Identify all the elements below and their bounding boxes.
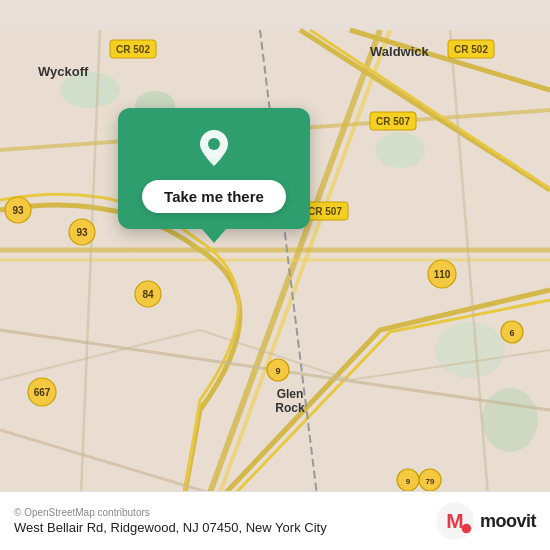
svg-text:M: M — [446, 509, 463, 532]
svg-text:84: 84 — [142, 289, 154, 300]
svg-text:CR 502: CR 502 — [116, 44, 150, 55]
svg-point-40 — [208, 138, 220, 150]
moovit-logo: M moovit — [436, 502, 536, 540]
svg-text:Rock: Rock — [275, 401, 305, 415]
attribution-text: © OpenStreetMap contributors — [14, 507, 327, 518]
svg-text:Wyckoff: Wyckoff — [38, 64, 89, 79]
svg-text:CR 502: CR 502 — [454, 44, 488, 55]
address-section: © OpenStreetMap contributors West Bellai… — [14, 507, 327, 535]
location-pin-icon — [192, 126, 236, 170]
svg-point-3 — [375, 132, 425, 168]
svg-text:6: 6 — [509, 328, 514, 338]
svg-text:93: 93 — [76, 227, 88, 238]
svg-text:Glen: Glen — [277, 387, 304, 401]
map-background: CR 502 CR 502 CR 507 CR 507 81 93 93 84 … — [0, 0, 550, 550]
bottom-info-bar: © OpenStreetMap contributors West Bellai… — [0, 491, 550, 550]
svg-point-5 — [482, 388, 538, 452]
svg-text:667: 667 — [34, 387, 51, 398]
address-text: West Bellair Rd, Ridgewood, NJ 07450, Ne… — [14, 520, 327, 535]
svg-text:9: 9 — [275, 366, 280, 376]
svg-text:Waldwick: Waldwick — [370, 44, 430, 59]
svg-text:CR 507: CR 507 — [308, 206, 342, 217]
svg-text:CR 507: CR 507 — [376, 116, 410, 127]
svg-point-4 — [435, 322, 505, 378]
svg-text:9: 9 — [406, 477, 411, 486]
svg-text:93: 93 — [12, 205, 24, 216]
svg-text:79: 79 — [426, 477, 435, 486]
brand-name-text: moovit — [480, 511, 536, 532]
moovit-icon: M — [436, 502, 474, 540]
svg-point-43 — [462, 524, 472, 534]
take-me-there-button[interactable]: Take me there — [142, 180, 286, 213]
location-popup: Take me there — [118, 108, 310, 229]
svg-text:110: 110 — [434, 269, 451, 280]
map-container: CR 502 CR 502 CR 507 CR 507 81 93 93 84 … — [0, 0, 550, 550]
